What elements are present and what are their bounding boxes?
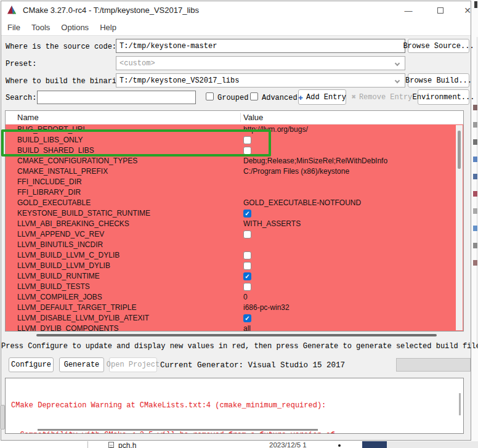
table-row[interactable]: LLVM_APPEND_VC_REV (6, 229, 463, 240)
table-row[interactable]: LLVM_BUILD_LLVM_DYLIB (6, 261, 463, 271)
cache-table-body: BUG_REPORT_URLhttp://llvm.org/bugs/BUILD… (6, 124, 463, 332)
configure-hint: Press Configure to update and display ne… (1, 342, 471, 351)
remove-entry-label: Remove Entry (359, 93, 412, 102)
background-file-name: pch.h (118, 441, 136, 448)
table-row[interactable]: LLVM_BUILD_LLVM_C_DYLIB (6, 250, 463, 261)
build-path-combobox[interactable]: T:/tmp/keystone_VS2017_libs (116, 73, 405, 88)
entry-checkbox[interactable] (243, 147, 251, 155)
entry-checkbox[interactable] (243, 283, 251, 291)
close-button[interactable]: ✕ (460, 4, 476, 17)
background-window-fragment (473, 174, 477, 179)
entry-name: LLVM_BUILD_LLVM_C_DYLIB (17, 251, 120, 259)
table-row[interactable]: BUG_REPORT_URLhttp://llvm.org/bugs/ (6, 124, 463, 135)
entry-value: i686-pc-win32 (243, 303, 290, 312)
build-label: Where to build the binaries: (6, 77, 130, 86)
menu-file[interactable]: File (7, 23, 20, 32)
advanced-label: Advanced (262, 94, 298, 102)
table-row[interactable]: LLVM_COMPILER_JOBS0 (6, 292, 463, 303)
menu-options[interactable]: Options (61, 23, 89, 32)
entry-checkbox[interactable]: ✓ (243, 314, 251, 322)
open-project-button[interactable]: Open Project (109, 357, 157, 372)
table-row[interactable]: FFI_LIBRARY_DIR (6, 187, 463, 198)
background-window-fragment (473, 226, 477, 231)
screen: pch.h 2023/12/5 1 CMake 3.27.0-rc4 - T:/… (0, 0, 478, 448)
menu-tools[interactable]: Tools (31, 23, 50, 32)
current-generator-text: Current Generator: Visual Studio 15 2017 (160, 361, 345, 370)
table-row[interactable]: CMAKE_INSTALL_PREFIXC:/Program Files (x8… (6, 166, 463, 177)
table-row[interactable]: LLVM_BUILD_RUNTIME✓ (6, 271, 463, 282)
entry-value-cell (243, 230, 251, 240)
table-vertical-scrollbar[interactable] (456, 125, 463, 330)
source-path-input[interactable] (116, 39, 405, 53)
table-row[interactable]: GOLD_EXECUTABLEGOLD_EXECUTABLE-NOTFOUND (6, 198, 463, 208)
column-header-name: Name (17, 113, 39, 122)
advanced-checkbox[interactable] (250, 92, 258, 100)
scrollbar-thumb[interactable] (458, 131, 461, 169)
table-row[interactable]: CMAKE_CONFIGURATION_TYPESDebug;Release;M… (6, 156, 463, 166)
maximize-button[interactable] (432, 4, 448, 17)
generate-button[interactable]: Generate (59, 357, 104, 372)
entry-name: LLVM_BUILD_LLVM_DYLIB (17, 261, 110, 270)
column-divider (87, 441, 88, 448)
browse-source-button[interactable]: Browse Source... (408, 39, 469, 53)
entry-checkbox[interactable]: ✓ (243, 272, 251, 280)
build-path-value: T:/tmp/keystone_VS2017_libs (120, 76, 239, 85)
menu-help[interactable]: Help (100, 23, 116, 32)
entry-name: FFI_LIBRARY_DIR (17, 188, 81, 197)
background-scrollbar-fragment (0, 405, 5, 430)
table-header: Name Value (6, 111, 463, 124)
entry-checkbox[interactable]: ✓ (243, 210, 251, 218)
preset-combobox[interactable]: <custom> (116, 56, 405, 70)
background-window-fragment (473, 208, 477, 214)
entry-value: GOLD_EXECUTABLE-NOTFOUND (243, 198, 361, 207)
file-icon (108, 442, 114, 448)
table-row[interactable]: LLVM_BINUTILS_INCDIR (6, 240, 463, 250)
remove-entry-button[interactable]: ✖ Remove Entry (350, 89, 414, 105)
background-selection-block (362, 441, 387, 448)
table-row[interactable]: BUILD_SHARED_LIBS (6, 145, 463, 156)
entry-value-cell (243, 146, 251, 157)
table-row[interactable]: FFI_INCLUDE_DIR (6, 177, 463, 187)
search-label: Search: (6, 94, 36, 102)
table-row[interactable]: LLVM_DISABLE_LLVM_DYLIB_ATEXIT✓ (6, 313, 463, 324)
background-window-fragment (473, 139, 477, 145)
entry-name: KEYSTONE_BUILD_STATIC_RUNTIME (17, 209, 150, 218)
table-row[interactable]: LLVM_DYLIB_COMPONENTSall (6, 324, 463, 332)
entry-value-cell (243, 136, 251, 146)
grouped-checkbox[interactable] (206, 92, 214, 100)
table-row[interactable]: LLVM_BUILD_TESTS (6, 282, 463, 292)
entry-name: LLVM_COMPILER_JOBS (17, 293, 102, 301)
entry-checkbox[interactable] (243, 136, 251, 144)
entry-value: 0 (243, 293, 248, 301)
entry-checkbox[interactable] (243, 251, 251, 259)
chevron-down-icon (395, 78, 400, 83)
entry-value-cell (243, 251, 251, 261)
cmake-logo-icon (7, 5, 17, 17)
cmake-window: CMake 3.27.0-rc4 - T:/tmp/keystone_VS201… (1, 1, 471, 441)
background-window-fragment (473, 191, 477, 197)
log-vertical-scrollbar[interactable] (459, 393, 461, 415)
table-row[interactable]: LLVM_ABI_BREAKING_CHECKSWITH_ASSERTS (6, 219, 463, 229)
search-input[interactable] (37, 91, 196, 104)
table-row[interactable]: BUILD_LIBS_ONLY (6, 135, 463, 145)
table-horizontal-scrollbar[interactable] (36, 334, 437, 336)
entry-value: WITH_ASSERTS (243, 219, 301, 228)
cache-table: Name Value BUG_REPORT_URLhttp://llvm.org… (5, 110, 464, 332)
add-entry-button[interactable]: ✚ Add Entry (298, 89, 346, 105)
entry-name: FFI_INCLUDE_DIR (17, 177, 82, 186)
window-title: CMake 3.27.0-rc4 - T:/tmp/keystone_VS201… (23, 6, 199, 15)
entry-checkbox[interactable] (243, 230, 251, 238)
configure-button[interactable]: Configure (9, 357, 54, 372)
entry-checkbox[interactable] (243, 262, 251, 270)
minimize-button[interactable]: — (400, 4, 416, 17)
environment-button[interactable]: Environment... (418, 89, 469, 105)
entry-value-cell (243, 261, 251, 272)
table-row[interactable]: KEYSTONE_BUILD_STATIC_RUNTIME✓ (6, 208, 463, 219)
table-row[interactable]: LLVM_DEFAULT_TARGET_TRIPLEi686-pc-win32 (6, 303, 463, 313)
log-horizontal-scrollbar[interactable] (38, 429, 318, 431)
entry-value: C:/Program Files (x86)/keystone (243, 167, 349, 176)
log-text: CMake Deprecation Warning at CMakeLists.… (6, 378, 463, 434)
entry-name: LLVM_ABI_BREAKING_CHECKS (17, 219, 129, 228)
entry-value-cell: ✓ (243, 209, 251, 218)
browse-build-button[interactable]: Browse Build... (408, 73, 469, 88)
